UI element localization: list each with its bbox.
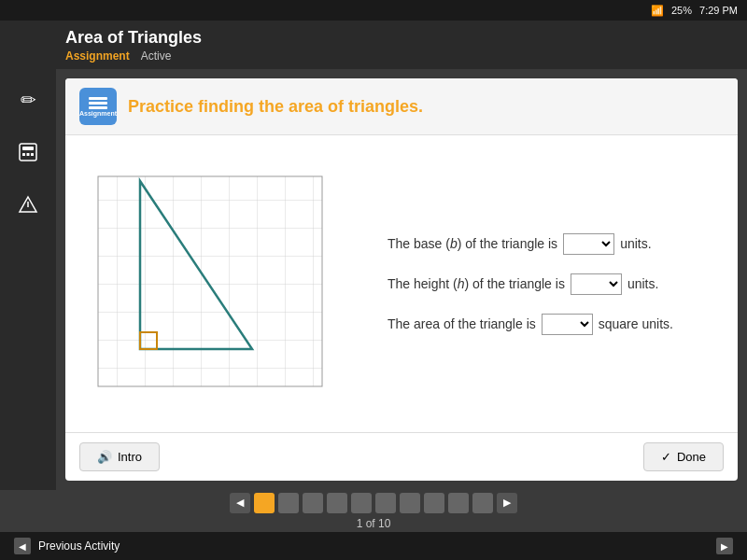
pagination-bar: ◀ ▶ 1 of 10	[0, 490, 747, 532]
pagination-controls: ◀ ▶	[230, 493, 517, 513]
height-label-suffix: units.	[627, 276, 658, 291]
calculator-icon[interactable]	[11, 135, 45, 169]
intro-button-label: Intro	[118, 450, 142, 464]
area-select[interactable]: 12 15 20 24	[542, 314, 593, 335]
svg-rect-1	[22, 147, 34, 150]
header: Area of Triangles Assignment Active	[0, 21, 747, 69]
card-body: The base (b) of the triangle is 4 5 6 8 …	[65, 135, 738, 432]
speaker-icon: 🔊	[97, 450, 112, 464]
page-dot-3[interactable]	[303, 493, 323, 513]
header-tabs: Assignment Active	[65, 49, 202, 63]
page-title: Area of Triangles	[65, 28, 202, 48]
area-label-suffix: square units.	[599, 316, 673, 331]
canvas-area	[79, 149, 350, 418]
page-dot-4[interactable]	[327, 493, 347, 513]
height-question-row: The height (h) of the triangle is 4 5 6 …	[388, 273, 724, 295]
area-question-row: The area of the triangle is 12 15 20 24 …	[388, 314, 724, 335]
tab-active[interactable]: Active	[141, 49, 172, 63]
assignment-icon: Assignment	[79, 88, 117, 125]
sidebar: ✏	[0, 69, 56, 490]
pencil-icon[interactable]: ✏	[11, 83, 45, 117]
page-dot-6[interactable]	[375, 493, 396, 513]
page-dot-7[interactable]	[400, 493, 420, 513]
base-select[interactable]: 4 5 6 8	[563, 233, 614, 255]
height-select[interactable]: 4 5 6 8	[571, 273, 622, 295]
prev-activity-label: Previous Activity	[38, 539, 120, 553]
content-wrapper: Assignment Practice finding the area of …	[56, 69, 747, 490]
main-area: ✏	[0, 69, 747, 490]
prev-arrow-icon: ◀	[14, 538, 31, 554]
upload-icon[interactable]	[11, 188, 45, 221]
check-icon: ✓	[661, 450, 671, 464]
page-dot-10[interactable]	[472, 493, 493, 513]
svg-rect-4	[31, 153, 34, 156]
next-arrow-icon[interactable]: ▶	[716, 538, 733, 554]
area-label-prefix: The area of the triangle is	[388, 316, 536, 331]
battery-indicator: 25%	[671, 5, 692, 16]
done-button[interactable]: ✓ Done	[643, 442, 724, 471]
triangle-diagram	[89, 172, 341, 396]
tab-assignment[interactable]: Assignment	[65, 49, 130, 63]
bottom-bar: ◀ Previous Activity ▶	[0, 532, 747, 560]
prev-activity-button[interactable]: ◀ Previous Activity	[14, 538, 120, 554]
page-dot-9[interactable]	[448, 493, 469, 513]
base-label-prefix: The base (b) of the triangle is	[388, 236, 557, 251]
svg-rect-0	[20, 144, 36, 161]
page-next-button[interactable]: ▶	[497, 493, 517, 513]
card-icon-label: Assignment	[79, 110, 117, 117]
content-card: Assignment Practice finding the area of …	[65, 78, 738, 481]
height-label-prefix: The height (h) of the triangle is	[388, 276, 565, 291]
status-bar: 📶 25% 7:29 PM	[0, 0, 747, 21]
svg-rect-3	[27, 153, 30, 156]
page-dot-2[interactable]	[278, 493, 299, 513]
svg-rect-2	[22, 153, 25, 156]
svg-rect-7	[98, 176, 322, 386]
page-dot-5[interactable]	[351, 493, 372, 513]
card-footer: 🔊 Intro ✓ Done	[65, 432, 738, 481]
base-question-row: The base (b) of the triangle is 4 5 6 8 …	[388, 233, 724, 255]
time-display: 7:29 PM	[699, 5, 738, 16]
header-titles: Area of Triangles Assignment Active	[65, 28, 202, 63]
done-button-label: Done	[677, 450, 706, 464]
card-title: Practice finding the area of triangles.	[128, 97, 423, 117]
wifi-icon: 📶	[651, 5, 664, 17]
base-label-suffix: units.	[620, 236, 651, 251]
questions-area: The base (b) of the triangle is 4 5 6 8 …	[369, 149, 724, 418]
page-label: 1 of 10	[357, 517, 391, 530]
card-header: Assignment Practice finding the area of …	[65, 78, 738, 135]
page-dot-1[interactable]	[254, 493, 275, 513]
intro-button[interactable]: 🔊 Intro	[79, 442, 160, 471]
page-prev-button[interactable]: ◀	[230, 493, 250, 513]
page-dot-8[interactable]	[424, 493, 444, 513]
